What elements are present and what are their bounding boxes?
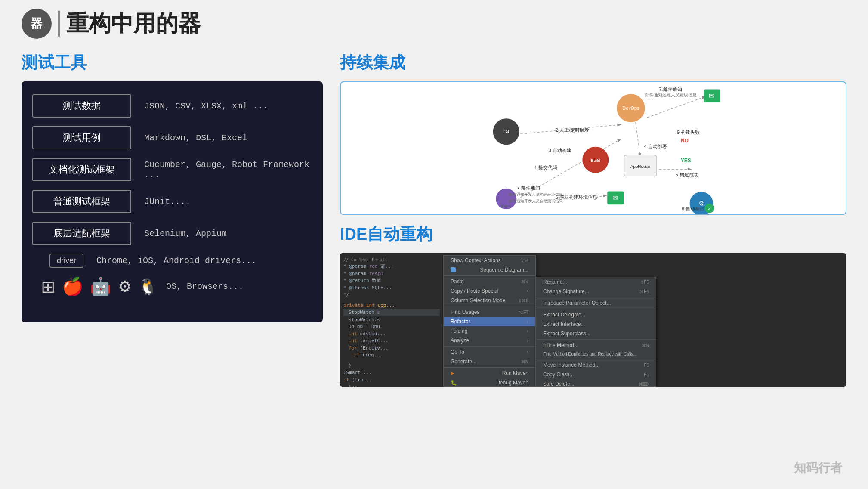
- tool-desc-3: Cucumber, Gauge, Robot Framework ...: [144, 160, 312, 180]
- menu-item-extract-delegate[interactable]: Extract Delegate...: [536, 310, 656, 319]
- tool-desc-5: Selenium, Appium: [144, 229, 227, 238]
- svg-line-1: [520, 124, 621, 134]
- ide-section: IDE自动重构 // Context Result * @param req 请…: [340, 223, 846, 387]
- ide-title: IDE自动重构: [340, 223, 846, 245]
- menu2-sep-4: [536, 359, 656, 359]
- menu-item-extract-superclass[interactable]: Extract Superclass...: [536, 329, 656, 338]
- menu-item-safe-delete[interactable]: Safe Delete... ⌘⌦: [536, 379, 656, 387]
- svg-text:3.自动构建: 3.自动构建: [549, 148, 571, 153]
- menu-sep-3: [444, 346, 535, 347]
- svg-rect-17: [704, 89, 720, 102]
- menu-item-folding[interactable]: Folding ›: [444, 326, 535, 336]
- svg-line-2: [520, 139, 621, 198]
- tool-row-2: 测试用例 Markdown, DSL, Excel: [32, 126, 312, 149]
- tool-label-1: 测试数据: [32, 94, 131, 118]
- menu-item-generate[interactable]: Generate... ⌘N: [444, 357, 535, 366]
- menu-item-run-maven[interactable]: ▶ Run Maven: [444, 368, 535, 378]
- tool-row-6: driver Chrome, iOS, Android drivers...: [32, 254, 312, 268]
- context-menus-container: Show Context Actions ⌥⏎ Sequence Diagram…: [443, 253, 846, 387]
- watermark-text: 知码行者: [794, 461, 842, 474]
- menu-item-copy-class[interactable]: Copy Class... F5: [536, 370, 656, 379]
- svg-text:邮件通知运维人员错误信息: 邮件通知运维人员错误信息: [645, 93, 697, 97]
- menu-item-introduce-param[interactable]: Introduce Parameter Object...: [536, 298, 656, 308]
- svg-line-5: [647, 96, 706, 118]
- svg-line-6: [596, 195, 607, 197]
- svg-text:9.构建失败: 9.构建失败: [677, 130, 700, 135]
- tool-label-4: 普通测试框架: [32, 190, 131, 213]
- menu-item-move-instance[interactable]: Move Instance Method... F6: [536, 360, 656, 370]
- menu2-sep-1: [536, 297, 656, 297]
- menu-item-column-selection[interactable]: Column Selection Mode ⇧⌘8: [444, 296, 535, 305]
- svg-point-21: [690, 192, 714, 214]
- header-divider: [58, 11, 60, 37]
- svg-text:Git: Git: [503, 129, 509, 134]
- watermark: 知码行者: [794, 460, 842, 476]
- menu-item-extract-interface[interactable]: Extract Interface...: [536, 319, 656, 329]
- windows-icon: ⊞: [41, 277, 56, 297]
- menu-item-find-duplicates[interactable]: Find Method Duplicates and Replace with …: [536, 350, 656, 358]
- svg-text:7.邮件通知: 7.邮件通知: [659, 87, 682, 92]
- svg-text:NO: NO: [681, 138, 689, 144]
- svg-point-13: [582, 147, 609, 173]
- ci-box: DevOps Git Devs Build AppHouse ✉: [340, 81, 846, 215]
- context-menu-2: Rename... ⇧F6 Change Signature... ⌘F6 In…: [536, 277, 656, 387]
- tool-desc-6: Chrome, iOS, Android drivers...: [96, 256, 256, 266]
- context-menu-1: Show Context Actions ⌥⏎ Sequence Diagram…: [443, 255, 536, 387]
- svg-point-7: [617, 94, 645, 122]
- menu-item-inline-method[interactable]: Inline Method... ⌘N: [536, 340, 656, 350]
- menu-item-change-signature[interactable]: Change Signature... ⌘F6: [536, 287, 656, 296]
- tool-label-3: 文档化测试框架: [32, 158, 131, 181]
- svg-text:邮件通知开发人员构建环境信息: 邮件通知开发人员构建环境信息: [509, 192, 563, 197]
- left-panel: 测试工具 测试数据 JSON, CSV, XLSX, xml ... 测试用例 …: [22, 52, 323, 387]
- menu2-sep-3: [536, 339, 656, 340]
- svg-text:4.自动部署: 4.自动部署: [644, 144, 667, 149]
- svg-text:✉: ✉: [612, 194, 618, 201]
- tool-desc-4: JUnit....: [144, 197, 191, 207]
- svg-rect-15: [624, 155, 657, 176]
- tool-row-4: 普通测试框架 JUnit....: [32, 190, 312, 213]
- menu-item-analyze[interactable]: Analyze ›: [444, 336, 535, 345]
- main-content: 测试工具 测试数据 JSON, CSV, XLSX, xml ... 测试用例 …: [22, 52, 846, 387]
- svg-text:2.人工/定时触发: 2.人工/定时触发: [556, 127, 589, 133]
- menu-item-paste[interactable]: Paste ⌘V: [444, 277, 535, 286]
- tool-desc-2: Markdown, DSL, Excel: [144, 133, 247, 143]
- testing-tools-title: 测试工具: [22, 52, 323, 74]
- ide-screenshot: // Context Result * @param req 请... * @p…: [340, 253, 846, 387]
- svg-text:Build: Build: [591, 158, 600, 163]
- menu-sep-2: [444, 306, 535, 306]
- menu-item-sequence[interactable]: Sequence Diagram...: [444, 265, 535, 275]
- menu-item-copy-paste-special[interactable]: Copy / Paste Special ›: [444, 286, 535, 296]
- tool-label-5: 底层适配框架: [32, 222, 131, 245]
- ci-title: 持续集成: [340, 52, 846, 74]
- menu-item-refactor[interactable]: Refactor ›: [444, 317, 535, 326]
- menu2-sep-2: [536, 309, 656, 309]
- linux-icon: 🐧: [138, 278, 158, 296]
- svg-text:1.提交代码: 1.提交代码: [534, 165, 557, 170]
- svg-text:DevOps: DevOps: [622, 105, 639, 111]
- svg-rect-19: [607, 192, 624, 205]
- svg-text:Devs: Devs: [501, 204, 511, 208]
- svg-text:YES: YES: [681, 158, 691, 164]
- tool-label-2: 测试用例: [32, 126, 131, 149]
- menu-item-find-usages[interactable]: Find Usages ⌥F7: [444, 307, 535, 317]
- tool-desc-7: OS, Browsers...: [166, 282, 244, 291]
- svg-point-23: [705, 204, 714, 213]
- tool-row-1: 测试数据 JSON, CSV, XLSX, xml ...: [32, 94, 312, 118]
- svg-text:5.构建成功: 5.构建成功: [676, 172, 698, 177]
- menu-item-show-context[interactable]: Show Context Actions ⌥⏎: [444, 256, 535, 265]
- svg-text:⚙: ⚙: [698, 200, 704, 207]
- driver-badge: driver: [49, 254, 83, 268]
- svg-point-9: [493, 118, 519, 145]
- menu-item-rename[interactable]: Rename... ⇧F6: [536, 277, 656, 287]
- apple-icon: 🍎: [62, 276, 83, 297]
- ide-code-panel: // Context Result * @param req 请... * @p…: [340, 253, 443, 387]
- ci-diagram-svg: DevOps Git Devs Build AppHouse ✉: [341, 82, 846, 214]
- tool-desc-1: JSON, CSV, XLSX, xml ...: [144, 101, 268, 111]
- header-icon: 器: [22, 9, 52, 39]
- menu-item-debug-maven[interactable]: 🐛 Debug Maven: [444, 378, 535, 387]
- right-panel: 持续集成: [340, 52, 846, 387]
- testing-tools-box: 测试数据 JSON, CSV, XLSX, xml ... 测试用例 Markd…: [22, 81, 323, 322]
- header-title: 重构中用的器: [66, 9, 201, 39]
- android-icon: 🤖: [90, 276, 111, 297]
- menu-item-goto[interactable]: Go To ›: [444, 347, 535, 357]
